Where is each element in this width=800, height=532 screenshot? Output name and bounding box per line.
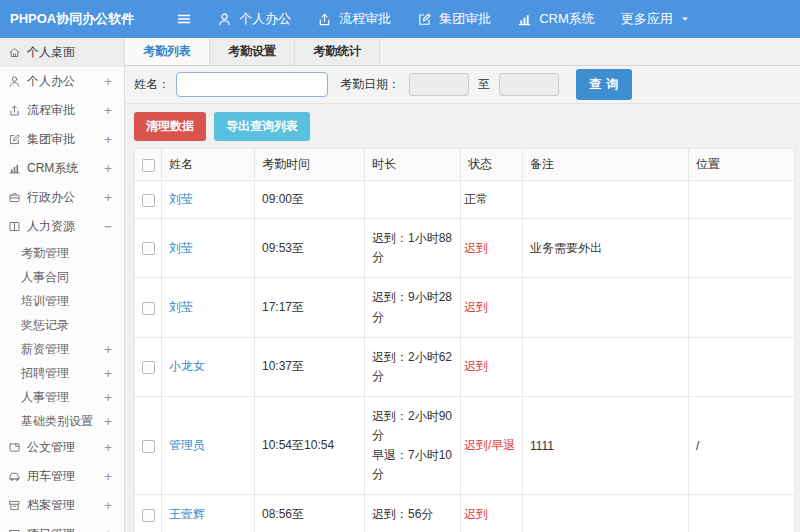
employee-name-link[interactable]: 管理员 [169,438,205,452]
cell-name: 王壹辉 [162,494,255,532]
sidebar-item-label: 档案管理 [27,497,75,514]
hamburger-menu-icon[interactable] [176,11,192,27]
date-to-label: 至 [478,76,490,93]
name-filter-input[interactable] [176,72,328,97]
cell-duration [365,181,461,219]
expand-toggle-icon: + [104,190,112,205]
sidebar-item-label: 人力资源 [27,218,75,235]
sidebar-subitem-hr-contract[interactable]: 人事合同 [0,265,124,289]
cell-attendance-time: 09:53至 [255,219,365,278]
cell-duration: 迟到：2小时62分 [365,337,461,396]
topbar-item-crm-system[interactable]: CRM系统 [504,0,608,38]
date-from-input[interactable] [409,73,469,96]
cell-note [523,278,689,337]
sidebar-subitem-recruit-mgmt[interactable]: 招聘管理+ [0,361,124,385]
cell-duration: 迟到：56分 [365,494,461,532]
sidebar-item-personal-desktop[interactable]: 个人桌面 [0,38,124,67]
tab-attendance-settings[interactable]: 考勤设置 [210,38,295,65]
sidebar-subitem-reward-punish[interactable]: 奖惩记录 [0,313,124,337]
filter-bar: 姓名： 考勤日期： 至 查 询 [125,66,800,104]
row-checkbox-cell [135,181,162,219]
sidebar-subitem-attendance-mgmt[interactable]: 考勤管理 [0,241,124,265]
sidebar-item-workflow-approval[interactable]: 流程审批+ [0,96,124,125]
cell-location [689,181,795,219]
expand-toggle-icon: + [104,414,112,429]
cell-attendance-time: 17:17至 [255,278,365,337]
sidebar-subitem-label: 人事合同 [21,269,69,286]
sidebar-subitem-salary-mgmt[interactable]: 薪资管理+ [0,337,124,361]
row-checkbox-cell [135,219,162,278]
row-checkbox[interactable] [142,302,155,315]
table-row: 刘莹09:00至正常 [135,181,795,219]
edit-icon [8,133,21,146]
table-header: 姓名考勤时间时长状态备注位置 [135,149,795,181]
attendance-table: 姓名考勤时间时长状态备注位置 刘莹09:00至正常刘莹09:53至迟到：1小时8… [134,148,795,532]
cell-note: 业务需要外出 [523,219,689,278]
cell-status: 正常 [461,181,523,219]
search-button[interactable]: 查 询 [576,69,632,100]
briefcase-icon [8,191,21,204]
cell-name: 刘莹 [162,278,255,337]
sidebar-item-document-mgmt[interactable]: 公文管理+ [0,433,124,462]
sidebar-item-personal-office[interactable]: 个人办公+ [0,67,124,96]
date-to-input[interactable] [499,73,559,96]
row-checkbox[interactable] [142,242,155,255]
cell-location [689,278,795,337]
archive-icon [8,499,21,512]
employee-name-link[interactable]: 小龙女 [169,359,205,373]
topbar-item-personal-office[interactable]: 个人办公 [204,0,304,38]
column-header-5: 位置 [689,149,795,181]
clean-data-button[interactable]: 清理数据 [134,112,206,141]
employee-name-link[interactable]: 刘莹 [169,300,193,314]
sidebar-subitem-label: 考勤管理 [21,245,69,262]
row-checkbox-cell [135,494,162,532]
topbar-menu: 个人办公流程审批集团审批CRM系统更多应用 [204,0,704,38]
sidebar-subitem-label: 基础类别设置 [21,413,93,430]
row-checkbox[interactable] [142,194,155,207]
sidebar-subitem-label: 招聘管理 [21,365,69,382]
cell-name: 管理员 [162,397,255,495]
sidebar-item-vehicle-mgmt[interactable]: 用车管理+ [0,462,124,491]
sidebar-item-group-approval[interactable]: 集团审批+ [0,125,124,154]
sidebar-item-human-resources[interactable]: 人力资源− [0,212,124,241]
doc-icon [8,441,21,454]
cell-location: / [689,397,795,495]
cell-location [689,219,795,278]
sidebar-subitem-training-mgmt[interactable]: 培训管理 [0,289,124,313]
expand-toggle-icon: + [104,366,112,381]
sidebar-subitem-personnel-mgmt[interactable]: 人事管理+ [0,385,124,409]
sidebar-item-archive-mgmt[interactable]: 档案管理+ [0,491,124,520]
topbar-item-workflow-approval[interactable]: 流程审批 [304,0,404,38]
sidebar-subitem-base-category[interactable]: 基础类别设置+ [0,409,124,433]
column-header-2: 时长 [365,149,461,181]
employee-name-link[interactable]: 刘莹 [169,192,193,206]
topbar-item-label: CRM系统 [539,10,595,28]
topbar: PHPOA协同办公软件 个人办公流程审批集团审批CRM系统更多应用 [0,0,800,38]
name-filter-label: 姓名： [134,76,170,93]
row-checkbox[interactable] [142,440,155,453]
row-checkbox[interactable] [142,361,155,374]
cell-location [689,494,795,532]
table-row: 刘莹17:17至迟到：9小时28分迟到 [135,278,795,337]
topbar-item-group-approval[interactable]: 集团审批 [404,0,504,38]
employee-name-link[interactable]: 刘莹 [169,241,193,255]
sidebar-subitem-label: 奖惩记录 [21,317,69,334]
sidebar-item-admin-office[interactable]: 行政办公+ [0,183,124,212]
sidebar-subitem-label: 薪资管理 [21,341,69,358]
topbar-item-more-apps[interactable]: 更多应用 [608,0,704,38]
export-list-button[interactable]: 导出查询列表 [214,112,310,141]
expand-toggle-icon: + [104,161,112,176]
sidebar-item-label: CRM系统 [27,160,78,177]
employee-name-link[interactable]: 王壹辉 [169,507,205,521]
tab-attendance-stats[interactable]: 考勤统计 [295,38,380,65]
row-checkbox[interactable] [142,509,155,522]
select-all-checkbox[interactable] [142,159,155,172]
cell-status: 迟到 [461,219,523,278]
sidebar-item-project-mgmt[interactable]: 项目管理+ [0,520,124,532]
edit-icon [417,12,432,27]
app-logo[interactable]: PHPOA协同办公软件 [0,10,134,28]
caret-down-icon [679,13,691,25]
sidebar-item-crm-system[interactable]: CRM系统+ [0,154,124,183]
tab-attendance-list[interactable]: 考勤列表 [125,38,210,65]
flow-icon [8,104,21,117]
